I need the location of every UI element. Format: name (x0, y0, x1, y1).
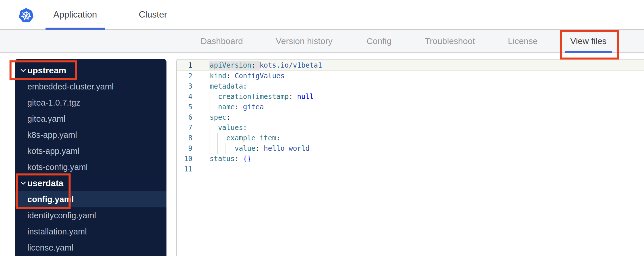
indent-guide (209, 123, 209, 133)
tree-file-kots-config-yaml[interactable]: kots-config.yaml (15, 159, 166, 175)
line-number: 9 (177, 144, 192, 152)
code-line-9[interactable]: 9 value: hello world (177, 143, 644, 154)
code-line-1[interactable]: 1apiVersion: kots.io/v1beta1 (177, 60, 644, 71)
code-line-text: spec: (210, 112, 230, 123)
tab-cluster-management[interactable]: Cluster Management (114, 0, 192, 29)
file-tree: upstreamembedded-cluster.yamlgitea-1.0.7… (15, 59, 166, 256)
tree-item-label: k8s-app.yaml (27, 130, 77, 140)
tree-file-gitea-1-0-7-tgz[interactable]: gitea-1.0.7.tgz (15, 95, 166, 111)
tab-dashboard[interactable]: Dashboard (201, 30, 243, 52)
code-line-text: example_item: (210, 133, 281, 143)
code-editor[interactable]: 1apiVersion: kots.io/v1beta12kind: Confi… (176, 59, 644, 256)
tab-config[interactable]: Config (367, 30, 392, 52)
tree-file-identityconfig-yaml[interactable]: identityconfig.yaml (15, 207, 166, 223)
code-line-text: values: (210, 123, 247, 133)
tree-file-embedded-cluster-yaml[interactable]: embedded-cluster.yaml (15, 79, 166, 95)
code-line-text: kind: ConfigValues (210, 71, 285, 81)
line-number: 8 (177, 134, 192, 142)
kots-admin-console: Application Cluster Management Dashboard… (0, 0, 644, 256)
code-line-text: name: gitea (210, 102, 264, 112)
chevron-down-icon (20, 182, 26, 185)
line-number: 3 (177, 82, 192, 90)
line-number: 7 (177, 124, 192, 132)
indent-guide (209, 91, 209, 102)
tree-item-label: gitea-1.0.7.tgz (27, 98, 80, 108)
tree-item-label: gitea.yaml (27, 114, 65, 124)
tree-folder-upstream[interactable]: upstream (15, 62, 166, 79)
tree-file-installation-yaml[interactable]: installation.yaml (15, 223, 166, 240)
code-line-11[interactable]: 11 (177, 164, 644, 174)
tree-item-label: kots-config.yaml (27, 163, 88, 172)
tree-item-label: userdata (27, 178, 63, 188)
tree-item-label: installation.yaml (27, 227, 87, 236)
code-line-4[interactable]: 4 creationTimestamp: null (177, 91, 644, 102)
tree-item-label: identityconfig.yaml (27, 211, 96, 220)
code-line-7[interactable]: 7 values: (177, 123, 644, 133)
top-nav: Application Cluster Management (0, 0, 644, 30)
code-line-text: status: {} (210, 154, 251, 164)
line-number: 4 (177, 93, 192, 101)
line-number: 2 (177, 72, 192, 80)
tree-file-gitea-yaml[interactable]: gitea.yaml (15, 111, 166, 127)
tab-version-history[interactable]: Version history (276, 30, 333, 52)
line-number: 1 (177, 61, 192, 69)
code-line-text: apiVersion: kots.io/v1beta1 (210, 60, 322, 70)
line-number: 5 (177, 103, 192, 111)
kubernetes-logo[interactable] (18, 8, 34, 23)
tree-item-label: upstream (27, 66, 66, 75)
tree-item-label: license.yaml (27, 243, 73, 253)
code-line-10[interactable]: 10status: {} (177, 154, 644, 164)
view-files-underline (565, 51, 612, 53)
code-line-text: value: hello world (210, 143, 310, 154)
indent-guide (209, 133, 209, 143)
code-line-2[interactable]: 2kind: ConfigValues (177, 71, 644, 81)
indent-guide (209, 102, 209, 112)
tree-item-label: embedded-cluster.yaml (27, 82, 114, 91)
chevron-down-icon (20, 69, 26, 72)
line-number: 10 (177, 155, 192, 163)
tree-item-label: kots-app.yaml (27, 146, 79, 156)
code-line-3[interactable]: 3metadata: (177, 81, 644, 91)
line-number: 11 (177, 165, 192, 173)
active-tab-underline (46, 28, 105, 30)
tree-file-config-yaml[interactable]: config.yaml (15, 191, 166, 207)
tab-application[interactable]: Application (46, 0, 105, 29)
tree-file-k8s-app-yaml[interactable]: k8s-app.yaml (15, 127, 166, 143)
secondary-nav: Dashboard Version history Config Trouble… (0, 30, 644, 53)
tab-view-files[interactable]: View files (570, 30, 607, 52)
indent-guide (209, 143, 209, 154)
code-line-text: creationTimestamp: null (210, 91, 314, 102)
code-line-text: metadata: (210, 81, 247, 91)
code-line-5[interactable]: 5 name: gitea (177, 102, 644, 112)
tree-item-label: config.yaml (27, 195, 74, 204)
wheel-hub (25, 15, 27, 16)
tab-license[interactable]: License (508, 30, 537, 52)
code-line-8[interactable]: 8 example_item: (177, 133, 644, 143)
tab-troubleshoot[interactable]: Troubleshoot (425, 30, 475, 52)
tree-folder-userdata[interactable]: userdata (15, 175, 166, 191)
tree-file-license-yaml[interactable]: license.yaml (15, 240, 166, 256)
tree-file-kots-app-yaml[interactable]: kots-app.yaml (15, 143, 166, 159)
line-number: 6 (177, 113, 192, 121)
code-line-6[interactable]: 6spec: (177, 112, 644, 123)
